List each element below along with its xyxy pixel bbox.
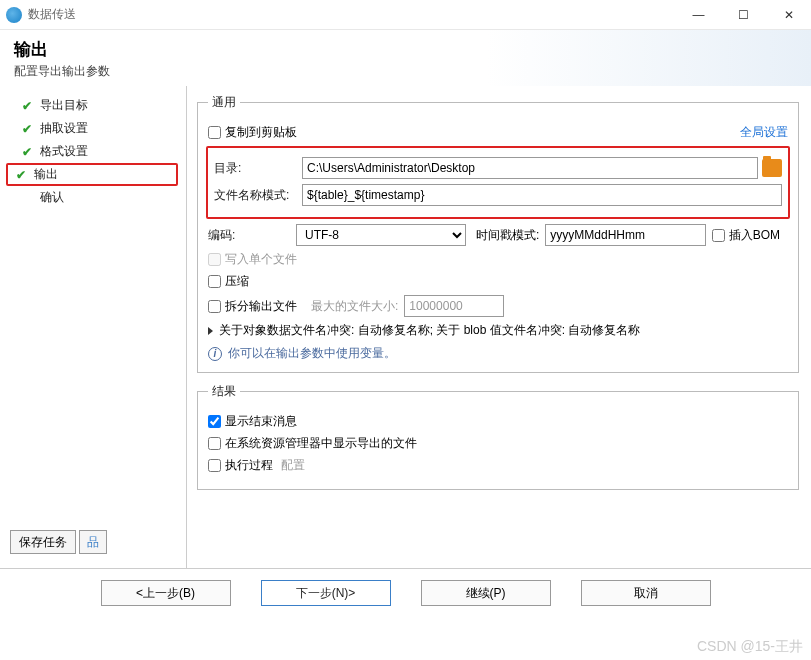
diagram-icon: 品 [87,534,99,551]
expand-icon [208,327,213,335]
result-legend: 结果 [208,383,240,400]
copy-clipboard-checkbox[interactable]: 复制到剪贴板 [208,124,297,141]
content: 导出目标 抽取设置 格式设置 输出 确认 通用 复制到剪贴板 全局设置 目录: … [0,86,811,568]
wizard-sidebar: 导出目标 抽取设置 格式设置 输出 确认 [0,86,186,568]
step-output[interactable]: 输出 [6,163,178,186]
page-header: 输出 配置导出输出参数 [0,30,811,86]
filename-pattern-input[interactable] [302,184,782,206]
encoding-label: 编码: [208,227,296,244]
window-title: 数据传送 [28,6,676,23]
bottom-toolbar: 保存任务 品 [10,530,107,554]
step-export-target[interactable]: 导出目标 [0,94,186,117]
maximize-button[interactable]: ☐ [721,0,766,30]
main-panel: 通用 复制到剪贴板 全局设置 目录: 文件名称模式: 编码: U [186,86,811,568]
watermark: CSDN @15-王井 [697,638,803,656]
show-end-checkbox[interactable]: 显示结束消息 [208,413,297,430]
directory-input[interactable] [302,157,758,179]
page-title: 输出 [14,38,797,61]
folder-icon[interactable] [762,159,782,177]
global-settings-link[interactable]: 全局设置 [740,124,788,141]
general-legend: 通用 [208,94,240,111]
split-checkbox[interactable]: 拆分输出文件 [208,298,297,315]
result-group: 结果 显示结束消息 在系统资源管理器中显示导出的文件 执行过程 配置 [197,383,799,490]
continue-button[interactable]: 继续(P) [421,580,551,606]
close-button[interactable]: ✕ [766,0,811,30]
conflict-row[interactable]: 关于对象数据文件名冲突: 自动修复名称; 关于 blob 值文件名冲突: 自动修… [208,322,788,339]
split-size-input [404,295,504,317]
info-icon: i [208,347,222,361]
info-text: 你可以在输出参数中使用变量。 [228,345,396,362]
timestamp-label: 时间戳模式: [476,227,539,244]
conflict-text: 关于对象数据文件名冲突: 自动修复名称; 关于 blob 值文件名冲突: 自动修… [219,322,640,339]
wizard-buttons: <上一步(B) 下一步(N)> 继续(P) 取消 [0,580,811,606]
step-confirm[interactable]: 确认 [0,186,186,209]
single-file-checkbox: 写入单个文件 [208,251,297,268]
general-group: 通用 复制到剪贴板 全局设置 目录: 文件名称模式: 编码: U [197,94,799,373]
page-subtitle: 配置导出输出参数 [14,63,797,80]
split-hint: 最大的文件大小: [311,298,398,315]
encoding-select[interactable]: UTF-8 [296,224,466,246]
directory-label: 目录: [214,160,302,177]
show-explorer-checkbox[interactable]: 在系统资源管理器中显示导出的文件 [208,435,417,452]
clipboard-row: 复制到剪贴板 全局设置 [208,124,788,141]
highlight-box: 目录: 文件名称模式: [206,146,790,219]
minimize-button[interactable]: — [676,0,721,30]
config-link: 配置 [281,457,305,474]
insert-bom-checkbox[interactable]: 插入BOM [712,227,780,244]
timestamp-input[interactable] [545,224,705,246]
cancel-button[interactable]: 取消 [581,580,711,606]
back-button[interactable]: <上一步(B) [101,580,231,606]
diagram-icon-button[interactable]: 品 [79,530,107,554]
info-row: i 你可以在输出参数中使用变量。 [208,345,788,362]
compress-checkbox[interactable]: 压缩 [208,273,249,290]
separator [0,568,811,569]
step-format-settings[interactable]: 格式设置 [0,140,186,163]
step-extract-settings[interactable]: 抽取设置 [0,117,186,140]
next-button[interactable]: 下一步(N)> [261,580,391,606]
save-task-button[interactable]: 保存任务 [10,530,76,554]
filename-pattern-label: 文件名称模式: [214,187,302,204]
exec-checkbox[interactable]: 执行过程 [208,457,273,474]
titlebar: 数据传送 — ☐ ✕ [0,0,811,30]
app-icon [6,7,22,23]
